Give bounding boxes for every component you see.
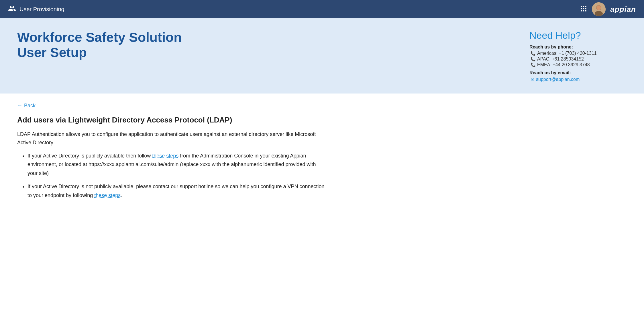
back-link[interactable]: ← Back: [17, 103, 327, 109]
app-header: User Provisioning appian: [0, 0, 644, 18]
envelope-icon: ✉: [531, 77, 534, 82]
header-right: appian: [580, 2, 636, 16]
user-group-icon: [8, 5, 16, 14]
bullet-2-before: If your Active Directory is not publicly…: [28, 184, 325, 198]
appian-logo: appian: [610, 5, 636, 14]
help-box: Need Help? Reach us by phone: 📞 Americas…: [529, 30, 627, 82]
app-title: User Provisioning: [19, 6, 64, 13]
need-help-heading: Need Help?: [529, 30, 627, 41]
email-section: Reach us by email: ✉ support@appian.com: [529, 70, 627, 82]
phone-icon-apac: 📞: [531, 57, 535, 61]
phone-apac: 📞 APAC: +61 285034152: [531, 57, 627, 62]
support-email[interactable]: support@appian.com: [536, 77, 580, 82]
list-item: If your Active Directory is not publicly…: [28, 182, 327, 200]
hero-title-line1: Workforce Safety Solution: [17, 30, 182, 45]
main-content: ← Back Add users via Lightweight Directo…: [0, 94, 344, 216]
section-heading: Add users via Lightweight Directory Acce…: [17, 116, 327, 124]
phone-americas: 📞 Americas: +1 (703) 420-1311: [531, 51, 627, 56]
phone-icon-americas: 📞: [531, 51, 535, 56]
phone-label: Reach us by phone:: [529, 44, 627, 50]
bullet-list: If your Active Directory is publicly ava…: [17, 151, 327, 200]
grid-icon[interactable]: [580, 5, 587, 13]
hero-title: Workforce Safety Solution User Setup: [17, 30, 182, 60]
avatar[interactable]: [592, 2, 606, 16]
phone-emea: 📞 EMEA: +44 20 3929 3748: [531, 62, 627, 67]
svg-point-3: [596, 5, 601, 10]
these-steps-link-2[interactable]: these steps: [94, 192, 121, 198]
header-left: User Provisioning: [8, 5, 64, 14]
bullet-1-before: If your Active Directory is publicly ava…: [28, 153, 152, 159]
these-steps-link-1[interactable]: these steps: [152, 153, 178, 159]
bullet-2-after: .: [121, 192, 122, 198]
hero-title-line2: User Setup: [17, 45, 87, 60]
email-item[interactable]: ✉ support@appian.com: [531, 77, 627, 82]
hero-banner: Workforce Safety Solution User Setup Nee…: [0, 18, 644, 94]
back-label: Back: [24, 103, 36, 109]
email-label: Reach us by email:: [529, 70, 627, 75]
list-item: If your Active Directory is publicly ava…: [28, 151, 327, 178]
phone-icon-emea: 📞: [531, 63, 535, 67]
arrow-left-icon: ←: [17, 103, 22, 109]
ldap-description: LDAP Authentication allows you to config…: [17, 130, 327, 147]
